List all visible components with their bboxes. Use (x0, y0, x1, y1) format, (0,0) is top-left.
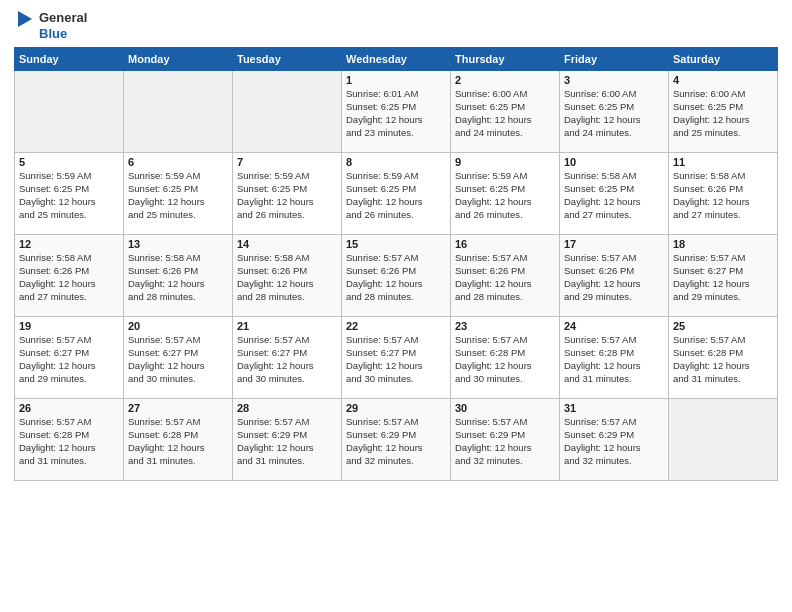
calendar-body: 1Sunrise: 6:01 AM Sunset: 6:25 PM Daylig… (15, 71, 778, 481)
weekday-header-saturday: Saturday (669, 48, 778, 71)
day-info: Sunrise: 5:57 AM Sunset: 6:27 PM Dayligh… (19, 334, 119, 385)
day-number: 28 (237, 402, 337, 414)
weekday-row: SundayMondayTuesdayWednesdayThursdayFrid… (15, 48, 778, 71)
calendar-cell: 13Sunrise: 5:58 AM Sunset: 6:26 PM Dayli… (124, 235, 233, 317)
calendar-cell: 1Sunrise: 6:01 AM Sunset: 6:25 PM Daylig… (342, 71, 451, 153)
calendar-cell: 31Sunrise: 5:57 AM Sunset: 6:29 PM Dayli… (560, 399, 669, 481)
calendar-cell: 30Sunrise: 5:57 AM Sunset: 6:29 PM Dayli… (451, 399, 560, 481)
day-number: 8 (346, 156, 446, 168)
day-number: 11 (673, 156, 773, 168)
day-number: 3 (564, 74, 664, 86)
day-info: Sunrise: 5:58 AM Sunset: 6:26 PM Dayligh… (237, 252, 337, 303)
day-info: Sunrise: 5:58 AM Sunset: 6:25 PM Dayligh… (564, 170, 664, 221)
calendar-week-2: 5Sunrise: 5:59 AM Sunset: 6:25 PM Daylig… (15, 153, 778, 235)
day-info: Sunrise: 5:57 AM Sunset: 6:29 PM Dayligh… (564, 416, 664, 467)
logo-flag-icon (14, 11, 36, 41)
day-number: 10 (564, 156, 664, 168)
day-info: Sunrise: 5:57 AM Sunset: 6:26 PM Dayligh… (564, 252, 664, 303)
calendar-cell: 6Sunrise: 5:59 AM Sunset: 6:25 PM Daylig… (124, 153, 233, 235)
day-number: 1 (346, 74, 446, 86)
day-number: 14 (237, 238, 337, 250)
day-info: Sunrise: 5:57 AM Sunset: 6:28 PM Dayligh… (673, 334, 773, 385)
calendar-cell: 22Sunrise: 5:57 AM Sunset: 6:27 PM Dayli… (342, 317, 451, 399)
day-number: 12 (19, 238, 119, 250)
calendar-cell: 19Sunrise: 5:57 AM Sunset: 6:27 PM Dayli… (15, 317, 124, 399)
svg-marker-0 (18, 11, 32, 27)
day-number: 22 (346, 320, 446, 332)
calendar-cell: 11Sunrise: 5:58 AM Sunset: 6:26 PM Dayli… (669, 153, 778, 235)
day-number: 6 (128, 156, 228, 168)
day-number: 5 (19, 156, 119, 168)
calendar-cell: 4Sunrise: 6:00 AM Sunset: 6:25 PM Daylig… (669, 71, 778, 153)
day-number: 18 (673, 238, 773, 250)
calendar-cell: 15Sunrise: 5:57 AM Sunset: 6:26 PM Dayli… (342, 235, 451, 317)
calendar-cell: 14Sunrise: 5:58 AM Sunset: 6:26 PM Dayli… (233, 235, 342, 317)
calendar-cell: 25Sunrise: 5:57 AM Sunset: 6:28 PM Dayli… (669, 317, 778, 399)
day-number: 2 (455, 74, 555, 86)
day-info: Sunrise: 5:57 AM Sunset: 6:27 PM Dayligh… (673, 252, 773, 303)
day-number: 13 (128, 238, 228, 250)
day-info: Sunrise: 5:59 AM Sunset: 6:25 PM Dayligh… (19, 170, 119, 221)
calendar-cell (15, 71, 124, 153)
day-number: 19 (19, 320, 119, 332)
day-number: 30 (455, 402, 555, 414)
day-info: Sunrise: 6:00 AM Sunset: 6:25 PM Dayligh… (564, 88, 664, 139)
calendar-week-5: 26Sunrise: 5:57 AM Sunset: 6:28 PM Dayli… (15, 399, 778, 481)
calendar-cell: 5Sunrise: 5:59 AM Sunset: 6:25 PM Daylig… (15, 153, 124, 235)
day-number: 24 (564, 320, 664, 332)
calendar-cell (124, 71, 233, 153)
calendar-week-1: 1Sunrise: 6:01 AM Sunset: 6:25 PM Daylig… (15, 71, 778, 153)
day-info: Sunrise: 5:57 AM Sunset: 6:28 PM Dayligh… (564, 334, 664, 385)
calendar-cell: 20Sunrise: 5:57 AM Sunset: 6:27 PM Dayli… (124, 317, 233, 399)
day-info: Sunrise: 5:57 AM Sunset: 6:28 PM Dayligh… (128, 416, 228, 467)
logo-blue: Blue (39, 26, 87, 42)
day-number: 20 (128, 320, 228, 332)
weekday-header-monday: Monday (124, 48, 233, 71)
weekday-header-thursday: Thursday (451, 48, 560, 71)
day-info: Sunrise: 6:00 AM Sunset: 6:25 PM Dayligh… (673, 88, 773, 139)
day-info: Sunrise: 5:59 AM Sunset: 6:25 PM Dayligh… (346, 170, 446, 221)
logo-general: General (39, 10, 87, 26)
day-number: 7 (237, 156, 337, 168)
calendar-cell: 2Sunrise: 6:00 AM Sunset: 6:25 PM Daylig… (451, 71, 560, 153)
calendar-cell (669, 399, 778, 481)
day-number: 15 (346, 238, 446, 250)
calendar-cell: 24Sunrise: 5:57 AM Sunset: 6:28 PM Dayli… (560, 317, 669, 399)
calendar-cell: 26Sunrise: 5:57 AM Sunset: 6:28 PM Dayli… (15, 399, 124, 481)
calendar-cell: 21Sunrise: 5:57 AM Sunset: 6:27 PM Dayli… (233, 317, 342, 399)
day-info: Sunrise: 5:58 AM Sunset: 6:26 PM Dayligh… (128, 252, 228, 303)
day-info: Sunrise: 5:59 AM Sunset: 6:25 PM Dayligh… (237, 170, 337, 221)
calendar-cell: 8Sunrise: 5:59 AM Sunset: 6:25 PM Daylig… (342, 153, 451, 235)
day-info: Sunrise: 5:57 AM Sunset: 6:28 PM Dayligh… (455, 334, 555, 385)
day-number: 23 (455, 320, 555, 332)
day-number: 4 (673, 74, 773, 86)
day-info: Sunrise: 5:57 AM Sunset: 6:29 PM Dayligh… (237, 416, 337, 467)
calendar-cell: 28Sunrise: 5:57 AM Sunset: 6:29 PM Dayli… (233, 399, 342, 481)
day-info: Sunrise: 5:58 AM Sunset: 6:26 PM Dayligh… (19, 252, 119, 303)
calendar-cell: 18Sunrise: 5:57 AM Sunset: 6:27 PM Dayli… (669, 235, 778, 317)
calendar-cell: 9Sunrise: 5:59 AM Sunset: 6:25 PM Daylig… (451, 153, 560, 235)
day-number: 9 (455, 156, 555, 168)
calendar-week-3: 12Sunrise: 5:58 AM Sunset: 6:26 PM Dayli… (15, 235, 778, 317)
day-info: Sunrise: 5:57 AM Sunset: 6:29 PM Dayligh… (455, 416, 555, 467)
day-info: Sunrise: 5:57 AM Sunset: 6:29 PM Dayligh… (346, 416, 446, 467)
day-info: Sunrise: 5:57 AM Sunset: 6:26 PM Dayligh… (455, 252, 555, 303)
calendar-week-4: 19Sunrise: 5:57 AM Sunset: 6:27 PM Dayli… (15, 317, 778, 399)
day-info: Sunrise: 5:57 AM Sunset: 6:26 PM Dayligh… (346, 252, 446, 303)
calendar-cell: 17Sunrise: 5:57 AM Sunset: 6:26 PM Dayli… (560, 235, 669, 317)
day-number: 16 (455, 238, 555, 250)
calendar-cell: 27Sunrise: 5:57 AM Sunset: 6:28 PM Dayli… (124, 399, 233, 481)
day-number: 31 (564, 402, 664, 414)
day-number: 27 (128, 402, 228, 414)
calendar-header: SundayMondayTuesdayWednesdayThursdayFrid… (15, 48, 778, 71)
day-number: 26 (19, 402, 119, 414)
calendar-page: General Blue SundayMondayTuesdayWednesda… (0, 0, 792, 612)
day-info: Sunrise: 5:57 AM Sunset: 6:28 PM Dayligh… (19, 416, 119, 467)
day-number: 21 (237, 320, 337, 332)
header: General Blue (14, 10, 778, 41)
weekday-header-wednesday: Wednesday (342, 48, 451, 71)
day-number: 29 (346, 402, 446, 414)
logo: General Blue (14, 10, 87, 41)
calendar-cell: 3Sunrise: 6:00 AM Sunset: 6:25 PM Daylig… (560, 71, 669, 153)
calendar-cell: 10Sunrise: 5:58 AM Sunset: 6:25 PM Dayli… (560, 153, 669, 235)
